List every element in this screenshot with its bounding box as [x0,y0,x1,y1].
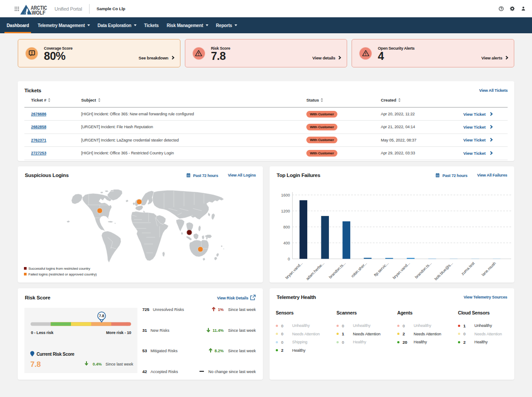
svg-text:7.8: 7.8 [99,314,104,318]
svg-text:robin.sher...: robin.sher... [350,261,368,278]
svg-text:bryan.vand...: bryan.vand... [391,261,411,280]
svg-text:400: 400 [283,241,290,245]
svg-text:lane.roush: lane.roush [481,261,497,277]
svg-text:zuma.test: zuma.test [460,261,475,276]
svg-text:0 - Less risk: 0 - Less risk [31,330,54,335]
svg-text:Current Risk Score: Current Risk Score [36,352,74,357]
svg-text:brandon.ts...: brandon.ts... [328,261,347,279]
svg-text:800: 800 [283,225,290,229]
svg-text:1200: 1200 [281,209,290,213]
svg-text:WOLF: WOLF [31,9,45,14]
svg-text:bryan.vand...: bryan.vand... [284,261,303,280]
svg-text:brandon.ts...: brandon.ts... [414,261,433,279]
svg-text:Since last week: Since last week [106,362,133,366]
svg-text:0: 0 [288,257,290,261]
svg-text:0.4%: 0.4% [93,362,102,366]
svg-text:ftp.servic...: ftp.servic... [373,261,389,277]
svg-text:1600: 1600 [281,193,290,197]
svg-text:More risk - 10: More risk - 10 [106,330,131,335]
svg-text:7.8: 7.8 [30,360,41,369]
svg-text:bob.blue@s...: bob.blue@s... [434,261,454,281]
svg-text:adam.herbe...: adam.herbe... [305,261,325,281]
